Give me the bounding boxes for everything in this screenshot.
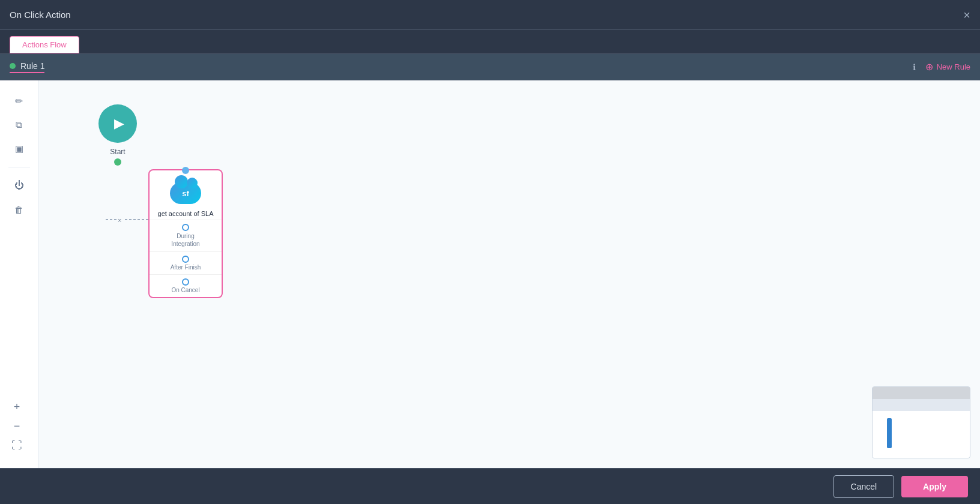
trash-icon: 🗑 (14, 205, 23, 215)
node-input-connector (182, 167, 189, 174)
start-node[interactable]: ▶ Start (98, 104, 137, 166)
rule-label: Rule 1 (20, 61, 44, 71)
new-rule-button[interactable]: ⊕ New Rule (925, 61, 970, 73)
modal-title: On Click Action (10, 10, 71, 20)
cloud-icon: sf (170, 182, 201, 204)
footer: Cancel Apply (0, 468, 980, 504)
node-title: get account of SLA (153, 208, 219, 220)
mini-map-node (887, 418, 892, 448)
mini-map (872, 386, 970, 458)
canvas-area: ✏ ⧉ ▣ ⏻ 🗑 + − ⛶ (0, 80, 980, 468)
fit-view-button[interactable]: ⛶ (8, 437, 25, 454)
zoom-controls: + − ⛶ (8, 398, 25, 454)
during-section: DuringIntegration (150, 220, 222, 251)
save-tool-button[interactable]: ▣ (8, 138, 30, 160)
left-toolbar: ✏ ⧉ ▣ ⏻ 🗑 + − ⛶ (0, 80, 38, 468)
delete-tool-button[interactable]: 🗑 (8, 199, 30, 220)
title-bar: On Click Action × (0, 0, 980, 30)
actions-flow-tab[interactable]: Actions Flow (10, 36, 79, 53)
mini-map-inner (873, 411, 970, 458)
close-button[interactable]: × (963, 9, 970, 21)
cancel-section: On Cancel (150, 274, 222, 297)
tab-bar: Actions Flow (0, 30, 980, 54)
play-icon: ▶ (114, 116, 124, 131)
node-icon-area: sf (170, 181, 201, 205)
copy-icon: ⧉ (16, 119, 22, 130)
edit-tool-button[interactable]: ✏ (8, 90, 30, 112)
zoom-out-button[interactable]: − (8, 418, 25, 434)
start-output-dot (114, 158, 121, 166)
edit-icon: ✏ (15, 95, 23, 107)
flow-canvas: × ▶ Start sf get account of SLA (38, 80, 980, 468)
after-section: After Finish (150, 251, 222, 274)
info-icon: ℹ (913, 62, 916, 72)
copy-tool-button[interactable]: ⧉ (8, 114, 30, 136)
cancel-label: On Cancel (171, 287, 199, 293)
start-circle: ▶ (98, 104, 137, 143)
during-label: DuringIntegration (171, 232, 199, 248)
cancel-button[interactable]: Cancel (833, 475, 895, 498)
rule-tab[interactable]: Rule 1 (10, 61, 44, 73)
rule-bar: Rule 1 ℹ ⊕ New Rule (0, 54, 980, 80)
during-connector-dot (182, 224, 189, 231)
action-node[interactable]: sf get account of SLA DuringIntegration … (148, 169, 223, 298)
save-icon: ▣ (15, 143, 23, 154)
toolbar-divider (8, 167, 30, 167)
rule-status-dot (10, 63, 16, 69)
apply-button[interactable]: Apply (901, 476, 968, 497)
plus-circle-icon: ⊕ (925, 61, 933, 73)
zoom-in-button[interactable]: + (8, 398, 25, 415)
cancel-connector-dot (182, 278, 189, 286)
after-connector-dot (182, 256, 189, 263)
power-icon: ⏻ (14, 180, 24, 191)
start-label: Start (110, 148, 125, 156)
power-tool-button[interactable]: ⏻ (8, 175, 30, 196)
svg-text:×: × (118, 217, 121, 224)
after-label: After Finish (171, 264, 201, 271)
new-rule-label: New Rule (937, 62, 970, 71)
cloud-icon-text: sf (182, 189, 189, 198)
